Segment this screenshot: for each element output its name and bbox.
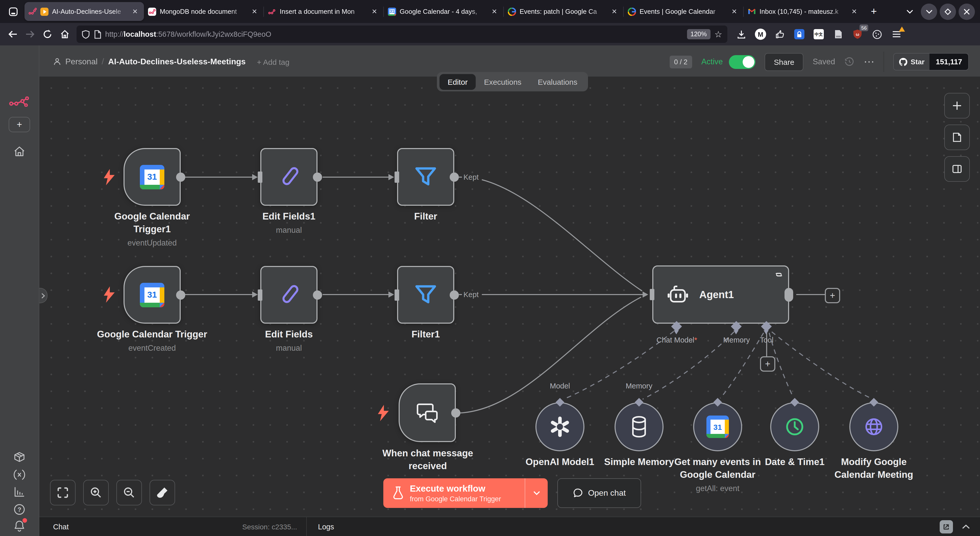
reader-extension-icon[interactable] bbox=[829, 25, 847, 43]
tab-close-icon[interactable]: ✕ bbox=[490, 6, 499, 16]
logs-panel-header[interactable]: Logs bbox=[318, 522, 334, 531]
toggle-panel-button[interactable] bbox=[944, 156, 970, 182]
page-info-icon[interactable] bbox=[94, 30, 101, 38]
n8n-logo[interactable] bbox=[9, 97, 30, 107]
input-port[interactable] bbox=[395, 289, 399, 301]
window-minimize-button[interactable] bbox=[921, 3, 937, 20]
execute-dropdown-button[interactable] bbox=[525, 478, 548, 508]
cookie-extension-icon[interactable] bbox=[868, 25, 886, 43]
tab-evaluations[interactable]: Evaluations bbox=[530, 74, 585, 90]
output-port[interactable] bbox=[313, 290, 322, 299]
fit-view-button[interactable] bbox=[50, 480, 76, 505]
output-port[interactable] bbox=[784, 288, 793, 302]
node-filter1[interactable] bbox=[397, 266, 454, 324]
home-nav-icon[interactable] bbox=[13, 145, 25, 158]
node-simple-memory[interactable] bbox=[614, 402, 663, 451]
tab-gmail-inbox[interactable]: Inbox (10,745) - mateusz.k ✕ bbox=[744, 2, 863, 21]
issues-counter-badge[interactable]: 0 / 2 bbox=[670, 56, 692, 68]
new-workflow-button[interactable]: + bbox=[9, 117, 30, 132]
downloads-icon[interactable] bbox=[732, 25, 750, 43]
adblock-shield-icon[interactable]: ω 56 bbox=[849, 25, 866, 43]
reload-button[interactable] bbox=[39, 25, 56, 43]
zoom-level-badge[interactable]: 120% bbox=[687, 29, 711, 39]
tab-events[interactable]: Events | Google Calendar ✕ bbox=[624, 2, 743, 21]
more-options-button[interactable]: ⋯ bbox=[864, 59, 874, 64]
tab-insert-document[interactable]: Insert a document in Mon ✕ bbox=[264, 2, 383, 21]
node-google-calendar-trigger1[interactable]: 31 bbox=[124, 148, 181, 206]
workflow-title[interactable]: AI-Auto-Declines-Useless-Meetings bbox=[108, 57, 246, 66]
variables-icon[interactable] bbox=[13, 469, 25, 481]
tab-editor[interactable]: Editor bbox=[439, 74, 476, 90]
zoom-in-button[interactable] bbox=[83, 480, 109, 505]
templates-icon[interactable] bbox=[13, 451, 25, 463]
tab-mongodb-doc[interactable]: MongoDB node document ✕ bbox=[144, 2, 263, 21]
tab-google-calendar[interactable]: 31 Google Calendar - 4 days, ✕ bbox=[384, 2, 503, 21]
github-star-button[interactable]: Star bbox=[894, 54, 929, 70]
tab-close-icon[interactable]: ✕ bbox=[729, 6, 739, 16]
input-port[interactable] bbox=[258, 289, 262, 301]
tab-close-icon[interactable]: ✕ bbox=[609, 6, 619, 16]
tab-executions[interactable]: Executions bbox=[476, 74, 530, 90]
github-star-widget[interactable]: Star 151,117 bbox=[893, 53, 969, 70]
output-port[interactable] bbox=[451, 408, 460, 417]
menu-hamburger-icon[interactable] bbox=[888, 25, 905, 43]
input-port[interactable] bbox=[258, 171, 262, 183]
zoom-out-button[interactable] bbox=[116, 480, 142, 505]
tidy-up-button[interactable] bbox=[150, 480, 175, 505]
open-chat-button[interactable]: Open chat bbox=[557, 478, 641, 508]
input-port[interactable] bbox=[650, 289, 654, 300]
output-port[interactable] bbox=[450, 290, 459, 299]
window-maximize-button[interactable] bbox=[940, 3, 956, 20]
node-agent1[interactable]: Agent1 bbox=[652, 266, 789, 324]
node-google-calendar-trigger[interactable]: 31 bbox=[124, 266, 181, 324]
notifications-bell-icon[interactable] bbox=[13, 520, 25, 535]
node-filter[interactable] bbox=[397, 148, 454, 206]
tab-close-icon[interactable]: ✕ bbox=[369, 6, 379, 16]
add-node-button[interactable] bbox=[944, 93, 970, 118]
tab-close-icon[interactable]: ✕ bbox=[130, 6, 140, 16]
tab-n8n-workflow[interactable]: AI-Auto-Declines-Usele ✕ bbox=[24, 2, 144, 21]
privacy-extension-icon[interactable] bbox=[791, 25, 808, 43]
add-node-endpoint-button[interactable]: + bbox=[825, 288, 840, 303]
output-port[interactable] bbox=[176, 172, 185, 181]
node-modify-google-calendar-meeting[interactable] bbox=[850, 402, 898, 451]
bookmark-star-icon[interactable]: ☆ bbox=[714, 29, 722, 40]
add-tool-button[interactable]: + bbox=[760, 356, 775, 372]
back-button[interactable] bbox=[4, 25, 21, 43]
insights-icon[interactable] bbox=[13, 486, 25, 498]
account-m-icon[interactable]: M bbox=[752, 25, 769, 43]
new-tab-button[interactable]: + bbox=[865, 3, 883, 20]
node-date-time1[interactable] bbox=[770, 402, 819, 451]
list-all-tabs-button[interactable] bbox=[901, 10, 918, 14]
forward-button[interactable] bbox=[21, 25, 39, 43]
execute-workflow-button[interactable]: Execute workflow from Google Calendar Tr… bbox=[383, 478, 548, 508]
history-icon[interactable] bbox=[844, 57, 854, 67]
tab-events-patch[interactable]: Events: patch | Google Ca ✕ bbox=[504, 2, 623, 21]
tab-close-icon[interactable]: ✕ bbox=[850, 6, 859, 16]
popout-panel-button[interactable] bbox=[940, 520, 953, 533]
node-edit-fields[interactable] bbox=[260, 266, 318, 324]
node-when-chat-message-received[interactable] bbox=[399, 383, 456, 442]
chat-panel-header[interactable]: Chat bbox=[53, 522, 68, 531]
node-openai-model1[interactable] bbox=[535, 402, 584, 451]
firefox-view-button[interactable] bbox=[5, 3, 21, 20]
output-port[interactable] bbox=[450, 172, 459, 181]
output-port[interactable] bbox=[313, 172, 322, 181]
home-button[interactable] bbox=[56, 25, 73, 43]
url-bar[interactable]: http://localhost:5678/workflow/kJyi2wx8c… bbox=[76, 25, 727, 43]
expand-panel-chevron[interactable] bbox=[962, 524, 970, 529]
share-button[interactable]: Share bbox=[765, 53, 803, 71]
tab-close-icon[interactable]: ✕ bbox=[250, 6, 259, 16]
window-close-button[interactable] bbox=[959, 3, 975, 20]
output-port[interactable] bbox=[176, 290, 185, 299]
add-tag-button[interactable]: + Add tag bbox=[257, 57, 290, 66]
breadcrumb-project[interactable]: Personal bbox=[65, 57, 97, 66]
node-get-many-events[interactable]: 31 bbox=[693, 402, 742, 451]
add-sticky-note-button[interactable] bbox=[944, 124, 970, 150]
input-port[interactable] bbox=[395, 171, 399, 183]
active-toggle[interactable] bbox=[729, 55, 756, 68]
help-icon[interactable]: ? bbox=[13, 503, 25, 515]
translate-extension-icon[interactable]: 中文 bbox=[810, 25, 827, 43]
thumbs-extension-icon[interactable] bbox=[771, 25, 789, 43]
node-edit-fields1[interactable] bbox=[260, 148, 318, 206]
